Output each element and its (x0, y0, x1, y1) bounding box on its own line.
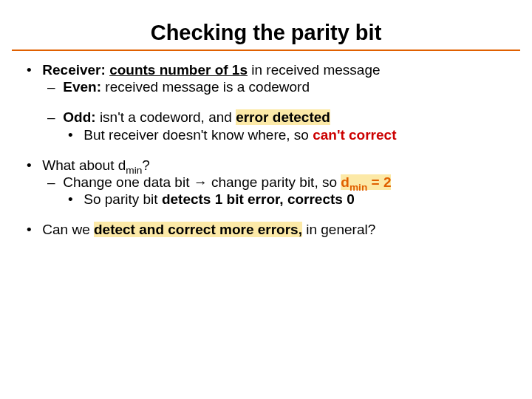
spacer (22, 208, 510, 221)
text: So parity bit (83, 191, 162, 207)
spacer (22, 143, 510, 157)
arrow-icon: → (194, 174, 208, 190)
text: change parity bit, so (208, 174, 341, 190)
spacer (22, 95, 510, 109)
highlight-dmin-2: dmin = 2 (341, 174, 391, 190)
text: = 2 (367, 174, 391, 190)
text: received message is a codeword (101, 79, 310, 95)
bullet-cant-correct: But receiver doesn't know where, so can'… (64, 126, 510, 143)
text: Even: (63, 79, 101, 95)
text: ? (142, 157, 150, 173)
dmin-d: d (341, 174, 349, 190)
dmin-d: d (118, 157, 126, 173)
text: isn't a codeword, and (96, 109, 236, 125)
text: Change one data bit (63, 174, 193, 190)
slide-body: Receiver: counts number of 1s in receive… (22, 61, 510, 238)
slide-title: Checking the parity bit (0, 21, 532, 45)
bullet-more-errors: Can we detect and correct more errors, i… (22, 221, 510, 238)
bullet-odd: Odd: isn't a codeword, and error detecte… (43, 109, 510, 126)
slide: Checking the parity bit Receiver: counts… (0, 21, 532, 399)
text: But receiver doesn't know where, so (83, 127, 313, 143)
text: detects 1 bit error, corrects 0 (162, 191, 355, 207)
bullet-even: Even: received message is a codeword (43, 78, 510, 95)
text-red: can't correct (313, 127, 396, 143)
text: in general? (302, 222, 375, 237)
bullet-receiver: Receiver: counts number of 1s in receive… (22, 61, 510, 78)
text: Odd: (63, 109, 95, 125)
text-underline: counts number of 1s (109, 62, 248, 78)
text: What about (42, 157, 117, 173)
text: in received message (248, 62, 381, 78)
bullet-change-bit: Change one data bit → change parity bit,… (43, 174, 510, 191)
bullet-dmin: What about dmin? (22, 157, 510, 174)
text: Can we (42, 222, 94, 237)
title-rule (12, 50, 520, 51)
text: Receiver: (42, 62, 106, 78)
highlight-error-detected: error detected (236, 109, 330, 125)
bullet-detects-corrects: So parity bit detects 1 bit error, corre… (64, 191, 510, 208)
highlight-more-errors: detect and correct more errors, (94, 222, 302, 237)
